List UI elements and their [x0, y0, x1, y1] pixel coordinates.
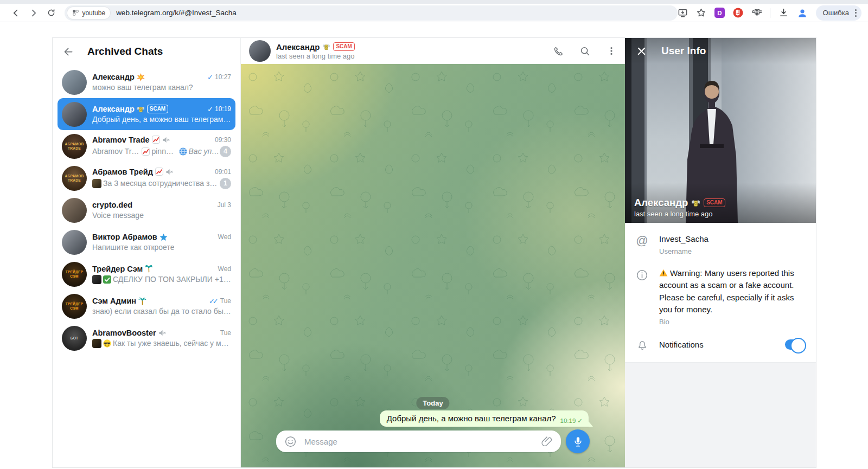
- chat-list-item-3[interactable]: АБРАМОВ TRADE Abramov Trade 09:30 Abramo…: [58, 130, 235, 162]
- tab-group-icon: [72, 9, 79, 16]
- globe-emoji: [179, 147, 187, 156]
- message-area: Today Добрый день, а можно ваш телеграм …: [276, 64, 590, 467]
- notifications-row[interactable]: Notifications: [625, 332, 816, 359]
- profile-photo[interactable]: User Info Александр SCAM last seen a lon…: [625, 38, 816, 223]
- chat-preview: Voice message: [92, 211, 144, 220]
- chat-list-item-5[interactable]: crypto.ded Jul 3 Voice message: [58, 194, 235, 226]
- forward-icon[interactable]: [24, 5, 42, 21]
- search-icon[interactable]: [579, 46, 591, 57]
- chat-preview: Добрый день, а можно ваш телеграм ка...: [92, 115, 231, 124]
- svg-text:D: D: [717, 10, 722, 16]
- attach-paperclip-icon[interactable]: [541, 435, 553, 447]
- call-icon[interactable]: [553, 46, 564, 57]
- message-input[interactable]: [303, 436, 534, 447]
- chat-time: Wed: [218, 233, 231, 241]
- chat-preview: За 3 месяца сотрудничества зар...: [92, 179, 220, 188]
- chat-avatar: [62, 198, 87, 223]
- chat-avatar: ТРЕЙДЕР СЭМ: [62, 294, 87, 319]
- profile-avatar-icon[interactable]: [797, 8, 808, 18]
- media-thumbnail: [92, 275, 101, 284]
- outgoing-message-bubble[interactable]: Добрый день, а можно ваш телеграм канал?…: [380, 410, 589, 427]
- chat-list-item-6[interactable]: Виктор Абрамов Wed Напишите как откроете: [58, 226, 235, 258]
- install-app-icon[interactable]: [678, 8, 688, 18]
- notifications-toggle[interactable]: [785, 339, 805, 350]
- url-text[interactable]: web.telegram.org/k/#@Invest_Sacha: [116, 9, 237, 17]
- chat-preview: СДЕЛКУ ПО TON ЗАКРЫЛИ +176%...: [92, 275, 231, 284]
- chart-up-emoji: [155, 168, 163, 176]
- read-check-icon: ✓: [207, 73, 213, 81]
- chat-list-sidebar: Archived Chats Александр ✓ 10:27 можно в…: [53, 38, 241, 467]
- collision-emoji: [137, 73, 145, 81]
- blue-star-emoji: [159, 233, 168, 241]
- chart-up-emoji: [142, 147, 150, 156]
- extensions-puzzle-icon[interactable]: [751, 8, 762, 18]
- emoji-smiley-icon[interactable]: [284, 435, 297, 448]
- tab-group-chip[interactable]: youtube: [67, 7, 110, 19]
- browser-menu-icon[interactable]: [854, 8, 858, 18]
- toolbar-divider: [770, 8, 770, 18]
- browser-chrome: youtube web.telegram.org/k/#@Invest_Sach…: [0, 0, 868, 22]
- unread-badge: 4: [220, 146, 231, 157]
- chat-list-item-9[interactable]: БОТ AbramovBooster Tue Как ты уже знаешь…: [58, 322, 235, 354]
- back-icon[interactable]: [7, 5, 24, 21]
- chat-time: Wed: [218, 265, 231, 273]
- chat-list-item-2[interactable]: АлександрSCAM ✓ 10:19 Добрый день, а мож…: [58, 98, 235, 130]
- sidebar-header: Archived Chats: [53, 38, 240, 65]
- bio-text: Warning: Many users reported this accoun…: [659, 268, 794, 314]
- read-check-icon: ✓: [207, 105, 213, 113]
- username-value: Invest_Sacha: [659, 233, 709, 246]
- chat-list-item-7[interactable]: ТРЕЙДЕР СЭМ Трейдер Сэм Wed СДЕЛКУ ПО TO…: [58, 258, 235, 290]
- bookmark-star-icon[interactable]: [696, 8, 706, 18]
- notifications-label: Notifications: [659, 339, 704, 351]
- chat-preview: Abramov Trade pinned " Вас упо...: [92, 147, 220, 156]
- chat-name: crypto.ded: [92, 201, 132, 209]
- chat-time: Jul 3: [218, 201, 231, 209]
- profile-name: Александр: [634, 197, 688, 209]
- chat-list-item-1[interactable]: Александр ✓ 10:27 можно ваш телеграм кан…: [58, 66, 235, 98]
- chat-header-avatar[interactable]: [249, 40, 271, 62]
- chat-avatar: [62, 102, 87, 127]
- read-check-icon: ✓✓: [209, 297, 216, 305]
- chat-title: Александр: [276, 42, 320, 52]
- money-wings-emoji: [691, 198, 700, 208]
- panel-title: User Info: [661, 45, 706, 57]
- browser-profile-label: Ошибка: [823, 9, 849, 17]
- chat-name: AbramovBooster: [92, 329, 156, 337]
- message-input-pill[interactable]: [276, 431, 561, 452]
- chat-name: Александр: [92, 105, 135, 113]
- back-arrow-icon[interactable]: [63, 46, 74, 57]
- avatar-label: АБРАМОВ TRADE: [62, 174, 87, 183]
- username-row[interactable]: @ Invest_Sacha Username: [625, 227, 816, 261]
- chat-time: Tue: [220, 329, 231, 337]
- page-title: Archived Chats: [87, 46, 163, 57]
- reload-icon[interactable]: [42, 5, 60, 21]
- message-time: 10:19: [560, 417, 576, 424]
- at-icon: @: [636, 235, 648, 247]
- palm-emoji: [138, 297, 146, 305]
- chat-time: 09:01: [215, 168, 231, 176]
- profile-details: @ Invest_Sacha Username Warning: Many us…: [625, 223, 816, 362]
- more-menu-icon[interactable]: [606, 46, 617, 56]
- scam-badge: SCAM: [147, 105, 168, 113]
- adblock-hand-icon[interactable]: [733, 8, 743, 18]
- chat-list-item-8[interactable]: ТРЕЙДЕР СЭМ Сэм Админ ✓✓ Tue знаю) если …: [58, 290, 235, 322]
- downloads-icon[interactable]: [778, 8, 789, 18]
- browser-tab-strip: [0, 0, 868, 4]
- voice-record-button[interactable]: [566, 429, 590, 453]
- user-info-topbar: User Info: [625, 38, 816, 64]
- scam-badge: SCAM: [704, 198, 725, 207]
- warning-icon: [659, 269, 668, 277]
- chat-list-item-4[interactable]: АБРАМОВ TRADE Абрамов Трейд 09:01 За 3 м…: [58, 162, 235, 194]
- extension-d-icon[interactable]: D: [714, 8, 725, 18]
- chat-list: Александр ✓ 10:27 можно ваш телеграм кан…: [53, 65, 240, 467]
- bio-row[interactable]: Warning: Many users reported this accoun…: [625, 261, 816, 332]
- chat-avatar: АБРАМОВ TRADE: [62, 166, 87, 191]
- bio-label: Bio: [659, 318, 799, 326]
- close-icon[interactable]: [636, 46, 647, 56]
- avatar-label: ТРЕЙДЕР СЭМ: [62, 270, 87, 279]
- browser-profile-chip[interactable]: Ошибка: [816, 5, 861, 21]
- chat-preview: Напишите как откроете: [92, 243, 174, 252]
- address-bar[interactable]: youtube web.telegram.org/k/#@Invest_Sach…: [65, 5, 677, 21]
- chat-time: 09:30: [215, 136, 231, 144]
- chat-header[interactable]: Александр SCAM last seen a long time ago: [241, 38, 625, 64]
